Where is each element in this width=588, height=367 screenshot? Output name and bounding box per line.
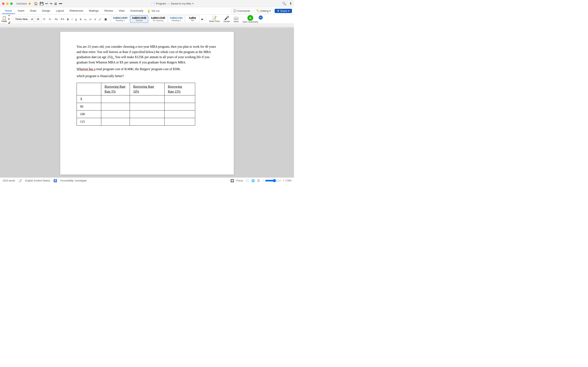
web-layout-icon[interactable]: 🌐 [251, 179, 255, 182]
focus-icon[interactable]: 🔲 [231, 179, 234, 182]
grammarly-button[interactable]: G Open Grammarly [241, 15, 260, 24]
tab-insert[interactable]: Insert [15, 8, 27, 14]
tab-view[interactable]: View [116, 8, 127, 14]
table-cell-x-10[interactable] [130, 95, 164, 103]
clear-format-button[interactable]: ✗A [59, 17, 65, 21]
document-table: Borrowing Rate Rate 5% Borrowing Rate 10… [77, 83, 195, 125]
titlebar-icon-save[interactable]: 💾 [40, 2, 44, 6]
style-normal[interactable]: AaBbCcDdE Normal [130, 16, 148, 23]
zoom-controls: − + 179% [262, 179, 292, 182]
maximize-button[interactable] [10, 2, 13, 5]
underline-button[interactable]: U [74, 17, 78, 21]
comment-icon: 💬 [233, 9, 237, 12]
table-cell-90: 90 [77, 103, 101, 110]
dictate-button[interactable]: 🎤 Dictate [222, 15, 232, 23]
tab-review[interactable]: Review [102, 8, 116, 14]
zoom-in-icon[interactable]: + [283, 179, 284, 182]
titlebar-icon-more[interactable]: ••• [59, 2, 62, 6]
table-cell-115-5[interactable] [101, 118, 130, 125]
table-cell-x-15[interactable] [164, 95, 195, 103]
tab-mailings[interactable]: Mailings [86, 8, 102, 14]
tab-home[interactable]: Home [2, 8, 15, 14]
tab-references[interactable]: References [67, 8, 86, 14]
document[interactable]: You are 23 years old; you consider choos… [60, 32, 234, 175]
highlight-button[interactable]: 🖊 [98, 17, 103, 21]
track-changes-icon[interactable]: 📝 [18, 179, 22, 182]
paste-group: 📋 Paste ✂ ⎘ 🖌 [2, 15, 12, 23]
titlebar-icon-redo[interactable]: ↪ [50, 2, 52, 6]
more-styles-button[interactable]: ▶ [200, 17, 205, 21]
table-cell-115-15[interactable] [164, 118, 195, 125]
saved-status: — [167, 2, 170, 5]
style-no-spacing[interactable]: AaBbCcDdE No Spacing [149, 16, 167, 23]
font-color-button[interactable]: A [93, 17, 97, 21]
minimize-button[interactable] [6, 2, 9, 5]
paragraph-3: which program is financially better? [77, 73, 217, 79]
superscript-button[interactable]: x² [88, 17, 93, 21]
editor-button[interactable]: 📖 Editor [232, 15, 241, 23]
styles-pane-button[interactable]: 📝 Styles Pane [207, 15, 221, 23]
wharton-text: Wharton [77, 67, 88, 71]
subscript-button[interactable]: x₂ [83, 17, 88, 21]
comments-button[interactable]: 💬 Comments [231, 8, 252, 13]
titlebar-right: 🔍 ⬆ [282, 2, 292, 6]
period-underline: . [113, 55, 114, 59]
editing-icon: ✏️ [256, 9, 260, 12]
accessibility-text: Accessibility: Investigate [60, 179, 87, 182]
tab-layout[interactable]: Layout [53, 8, 67, 14]
editing-button[interactable]: ✏️ Editing ▾ [254, 8, 273, 13]
tab-design[interactable]: Design [39, 8, 53, 14]
tab-draw[interactable]: Draw [27, 8, 39, 14]
print-layout-icon[interactable]: 📄 [245, 179, 249, 182]
word-icon: 📄 [151, 2, 155, 6]
font-family-select[interactable]: Times New... [13, 17, 34, 22]
accessibility-icon[interactable]: ♿ [53, 179, 57, 182]
statusbar-right: 🔲 Focus 📄 🌐 ☰ − + 179% [231, 179, 292, 182]
share-button[interactable]: ⬆ Share ▾ [275, 9, 292, 13]
table-cell-90-15[interactable] [164, 103, 195, 110]
shading-button[interactable]: 🔳 [103, 17, 108, 21]
ruler-svg: for(let i = 0; i < 15; i++) { const x = … [0, 24, 294, 28]
search-icon[interactable]: 🔍 [282, 2, 286, 6]
titlebar-icon-home[interactable]: 🏠 [34, 2, 38, 6]
table-cell-115-10[interactable] [130, 118, 164, 125]
font-grow-button[interactable]: A↑ [42, 17, 47, 21]
style-heading2[interactable]: AaBbCcDd Heading 2 [168, 16, 185, 23]
font-shrink-button[interactable]: A↓ [48, 17, 53, 21]
table-cell-x-5[interactable] [101, 95, 130, 103]
zoom-out-icon[interactable]: − [262, 179, 264, 182]
strikethrough-button[interactable]: S [79, 17, 83, 21]
table-cell-100-15[interactable] [164, 110, 195, 118]
style-heading1[interactable]: AaBbCcDdH Heading 1 [111, 16, 129, 23]
paste-button[interactable]: 📋 Paste [2, 16, 7, 22]
outline-icon[interactable]: ☰ [257, 179, 260, 182]
table-cell-100-5[interactable] [101, 110, 130, 118]
zoom-slider[interactable] [265, 179, 281, 182]
toolbar: 📋 Paste ✂ ⎘ 🖌 Times New... A↑ A↓ Aa ✗A B… [0, 15, 294, 24]
table-cell-90-10[interactable] [130, 103, 164, 110]
bold-button[interactable]: B [66, 17, 70, 21]
titlebar-icon-undo[interactable]: ↩ [45, 2, 48, 6]
focus-label: Focus [236, 179, 243, 182]
style-cards-group: AaBbCcDdH Heading 1 AaBbCcDdE Normal AaB… [111, 15, 206, 23]
close-button[interactable] [2, 2, 4, 5]
tab-grammarly[interactable]: Grammarly [127, 8, 146, 14]
table-cell-90-5[interactable] [101, 103, 130, 110]
table-header-row: Borrowing Rate Rate 5% Borrowing Rate 10… [77, 83, 195, 95]
table-header-borrowing-15: Borrowing Rate 15% [164, 83, 195, 95]
titlebar: AutoSave 🏠 💾 ↩ ↪ 🖨 ••• 📄 Program — Saved… [0, 0, 294, 7]
table-header-borrowing-10: Borrowing Rate 10% [130, 83, 164, 95]
titlebar-icon-print[interactable]: 🖨 [54, 2, 57, 6]
cut-icon[interactable]: ✂ [8, 14, 11, 17]
style-title[interactable]: AaBb( Title [185, 16, 199, 23]
paragraph-1: You are 23 years old; you consider choos… [77, 44, 217, 65]
chevron-down-icon[interactable]: ▾ [192, 2, 194, 5]
italic-button[interactable]: I [70, 17, 73, 21]
table-cell-100-10[interactable] [130, 110, 164, 118]
font-case-button[interactable]: Aa [53, 17, 59, 21]
borrowing-5-label: Borrowing Rate [104, 85, 126, 88]
copy-icon[interactable]: ⎘ [8, 17, 11, 21]
font-size-input[interactable] [34, 17, 42, 22]
share-icon[interactable]: ⬆ [289, 2, 292, 6]
svg-rect-0 [0, 24, 294, 28]
